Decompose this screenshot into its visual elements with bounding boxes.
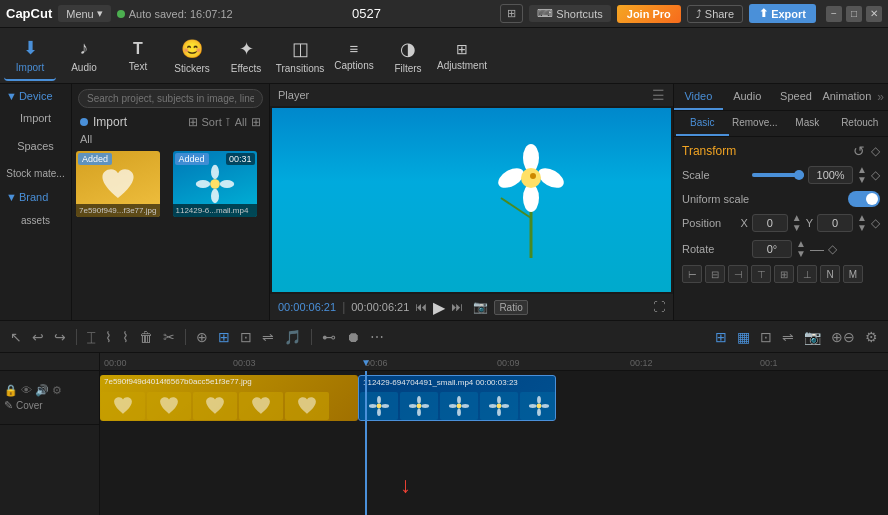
align-center-v-button[interactable]: ⊞: [774, 265, 794, 283]
effects-button-2[interactable]: ⊞: [214, 327, 234, 347]
sidebar-section-brand[interactable]: ▼ Brand: [0, 187, 71, 207]
toolbar-item-text[interactable]: T Text: [112, 31, 164, 81]
maximize-button[interactable]: □: [846, 6, 862, 22]
play-button[interactable]: ▶: [433, 298, 445, 317]
sidebar-section-device[interactable]: ▼ Device: [0, 84, 71, 104]
clip-heart[interactable]: 7e590f949d4014f6567b0acc5e1f3e77.jpg: [100, 375, 358, 421]
transition-tl-button[interactable]: ⇌: [258, 327, 278, 347]
close-button[interactable]: ✕: [866, 6, 882, 22]
subtab-basic[interactable]: Basic: [676, 111, 729, 136]
pos-x-arrows[interactable]: ▲▼: [792, 213, 802, 233]
track-audio-icon[interactable]: 🔊: [35, 384, 49, 397]
align-bottom-button[interactable]: ⊥: [797, 265, 817, 283]
split-button-2[interactable]: ⌇: [101, 327, 116, 347]
pos-y-input[interactable]: [817, 214, 853, 232]
tl-right-btn-1[interactable]: ⊞: [711, 327, 731, 347]
rotate-input[interactable]: [752, 240, 792, 258]
effects-button-3[interactable]: ⊡: [236, 327, 256, 347]
rotate-keyframe-button[interactable]: ◇: [828, 242, 837, 256]
keyframe-transform-button[interactable]: ◇: [871, 143, 880, 159]
grid-view-button[interactable]: ⊞: [188, 115, 198, 129]
tl-right-btn-5[interactable]: 📷: [800, 327, 825, 347]
split-button-1[interactable]: ⌶: [83, 327, 99, 347]
screenshot-button[interactable]: 📷: [473, 300, 488, 314]
playhead[interactable]: ▼: [365, 371, 367, 515]
tl-settings-button[interactable]: ⚙: [861, 327, 882, 347]
rotate-arrows[interactable]: ▲▼: [796, 239, 806, 259]
subtab-mask[interactable]: Mask: [781, 111, 834, 136]
clip-flower[interactable]: 112429-694704491_small.mp4 00:00:03:23: [358, 375, 556, 421]
track-settings-icon[interactable]: ⚙: [52, 384, 62, 397]
more-button[interactable]: ⋯: [366, 327, 388, 347]
shortcuts-button[interactable]: ⌨ Shortcuts: [529, 5, 610, 22]
snap-button[interactable]: ⊷: [318, 327, 340, 347]
join-pro-button[interactable]: Join Pro: [617, 5, 681, 23]
filter-button[interactable]: ⊞: [251, 115, 261, 129]
sidebar-item-spaces[interactable]: Spaces: [0, 132, 71, 160]
scale-slider[interactable]: [752, 173, 804, 177]
export-button[interactable]: ⬆ Export: [749, 4, 816, 23]
tab-audio[interactable]: Audio: [723, 84, 772, 110]
undo-button[interactable]: ↩: [28, 327, 48, 347]
toolbar-item-stickers[interactable]: 😊 Stickers: [166, 31, 218, 81]
layout-icon[interactable]: ⊞: [500, 4, 523, 23]
toolbar-item-import[interactable]: ⬇ Import: [4, 31, 56, 81]
ratio-button[interactable]: Ratio: [494, 300, 527, 315]
redo-button[interactable]: ↪: [50, 327, 70, 347]
media-item-heart[interactable]: Added 7e590f949...f3e77.jpg: [76, 151, 160, 217]
pos-y-arrows[interactable]: ▲▼: [857, 213, 867, 233]
uniform-scale-toggle[interactable]: [848, 191, 880, 207]
media-item-flower[interactable]: Added 00:31 112429-6...mall.mp4: [173, 151, 257, 217]
tl-right-btn-6[interactable]: ⊕⊖: [827, 327, 859, 347]
subtab-remove[interactable]: Remove...: [729, 111, 782, 136]
scale-input[interactable]: [808, 166, 853, 184]
share-button[interactable]: ⤴ Share: [687, 5, 743, 23]
align-extra2-button[interactable]: M: [843, 265, 863, 283]
toolbar-item-transitions[interactable]: ◫ Transitions: [274, 31, 326, 81]
align-top-button[interactable]: ⊤: [751, 265, 771, 283]
tl-right-btn-2[interactable]: ▦: [733, 327, 754, 347]
toolbar-item-filters[interactable]: ◑ Filters: [382, 31, 434, 81]
sidebar-item-brand-assets[interactable]: assets: [0, 207, 71, 234]
tl-right-btn-4[interactable]: ⇌: [778, 327, 798, 347]
reset-transform-button[interactable]: ↺: [853, 143, 865, 159]
toolbar-item-audio[interactable]: ♪ Audio: [58, 31, 110, 81]
toolbar-item-effects[interactable]: ✦ Effects: [220, 31, 272, 81]
align-center-h-button[interactable]: ⊟: [705, 265, 725, 283]
sidebar-item-stock[interactable]: Stock mate...: [0, 160, 71, 187]
effects-button-1[interactable]: ⊕: [192, 327, 212, 347]
tab-animation[interactable]: Animation: [820, 84, 873, 110]
player-menu-icon[interactable]: ☰: [652, 87, 665, 103]
expand-right-panel[interactable]: »: [873, 84, 888, 110]
cut-button[interactable]: ✂: [159, 327, 179, 347]
scale-keyframe-button[interactable]: ◇: [871, 168, 880, 182]
toolbar-item-adjustment[interactable]: ⊞ Adjustment: [436, 31, 488, 81]
sort-button[interactable]: Sort ⊺: [202, 116, 231, 129]
fullscreen-button[interactable]: ⛶: [653, 300, 665, 314]
sidebar-item-import[interactable]: Import: [0, 104, 71, 132]
all-button[interactable]: All: [235, 116, 247, 128]
record-button[interactable]: ⏺: [342, 327, 364, 347]
track-eye-icon[interactable]: 👁: [21, 384, 32, 397]
split-button-3[interactable]: ⌇: [118, 327, 133, 347]
pos-keyframe-button[interactable]: ◇: [871, 216, 880, 230]
menu-button[interactable]: Menu ▾: [58, 5, 111, 22]
search-input[interactable]: [78, 89, 263, 108]
align-right-button[interactable]: ⊣: [728, 265, 748, 283]
next-frame-button[interactable]: ⏭: [451, 300, 463, 314]
align-extra1-button[interactable]: N: [820, 265, 840, 283]
subtab-retouch[interactable]: Retouch: [834, 111, 887, 136]
align-left-button[interactable]: ⊢: [682, 265, 702, 283]
track-edit-icon[interactable]: ✎: [4, 399, 13, 412]
tl-right-btn-3[interactable]: ⊡: [756, 327, 776, 347]
toolbar-item-captions[interactable]: ≡ Captions: [328, 31, 380, 81]
prev-frame-button[interactable]: ⏮: [415, 300, 427, 314]
scale-up-button[interactable]: ▲▼: [857, 165, 867, 185]
audio-tl-button[interactable]: 🎵: [280, 327, 305, 347]
cursor-tool-button[interactable]: ↖: [6, 327, 26, 347]
rotate-dash[interactable]: —: [810, 241, 824, 257]
tab-video[interactable]: Video: [674, 84, 723, 110]
delete-button[interactable]: 🗑: [135, 327, 157, 347]
tab-speed[interactable]: Speed: [772, 84, 821, 110]
pos-x-input[interactable]: [752, 214, 788, 232]
